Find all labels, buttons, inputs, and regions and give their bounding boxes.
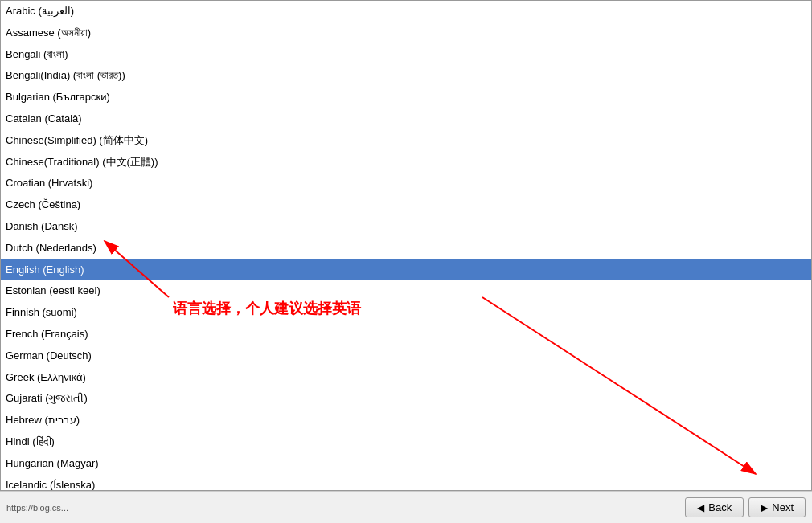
footer-url: https://blog.cs... [6,503,68,513]
list-item[interactable]: Croatian (Hrvatski) [1,173,811,194]
list-item[interactable]: Gujarati (ગુજરાતી) [1,388,811,410]
list-item[interactable]: Dutch (Nederlands) [1,238,811,259]
back-button[interactable]: ◀ Back [685,497,744,517]
list-item[interactable]: Assamese (অসমীয়া) [1,22,811,44]
list-item[interactable]: Czech (Čeština) [1,194,811,216]
list-item[interactable]: Finnish (suomi) [1,302,811,324]
back-icon: ◀ [697,502,704,513]
main-content: Arabic (العربية)Assamese (অসমীয়া)Bengal… [0,0,812,491]
list-item[interactable]: Bengali (বাংলা) [1,44,811,66]
list-container: Arabic (العربية)Assamese (অসমীয়া)Bengal… [0,0,812,491]
list-item[interactable]: English (English) [1,259,811,281]
list-item[interactable]: French (Français) [1,324,811,345]
list-item[interactable]: Arabic (العربية) [1,1,811,22]
language-list[interactable]: Arabic (العربية)Assamese (অসমীয়া)Bengal… [0,0,812,491]
back-label: Back [708,501,732,513]
footer-buttons: ◀ Back ▶ Next [685,497,806,517]
next-button[interactable]: ▶ Next [748,497,806,517]
list-item[interactable]: Greek (Ελληνικά) [1,367,811,389]
footer: https://blog.cs... ◀ Back ▶ Next [0,491,812,523]
list-item[interactable]: Bengali(India) (বাংলা (ভারত)) [1,65,811,87]
list-item[interactable]: Estonian (eesti keel) [1,280,811,302]
list-item[interactable]: Hindi (हिंदी) [1,431,811,453]
list-item[interactable]: Hebrew (עברית) [1,410,811,431]
next-label: Next [772,501,794,513]
list-item[interactable]: Chinese(Simplified) (简体中文) [1,130,811,152]
list-item[interactable]: Danish (Dansk) [1,216,811,238]
list-item[interactable]: Catalan (Català) [1,108,811,130]
list-item[interactable]: Hungarian (Magyar) [1,453,811,475]
list-item[interactable]: Bulgarian (Български) [1,87,811,108]
list-item[interactable]: Icelandic (Íslenska) [1,475,811,491]
list-item[interactable]: Chinese(Traditional) (中文(正體)) [1,152,811,174]
list-item[interactable]: German (Deutsch) [1,345,811,367]
next-icon: ▶ [761,502,768,513]
